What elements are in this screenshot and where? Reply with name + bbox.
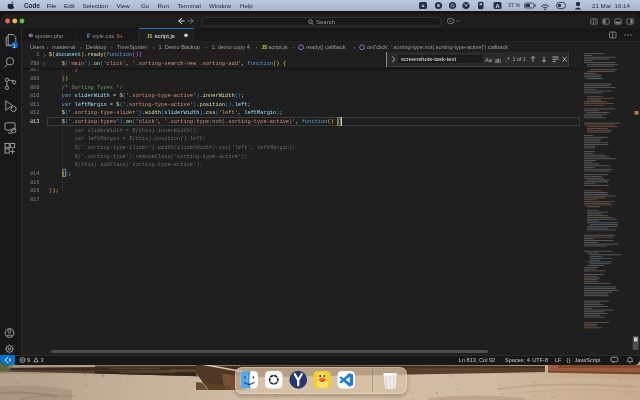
svg-text:37 %: 37 % [508, 2, 520, 8]
svg-text:Ln 813, Col 92: Ln 813, Col 92 [459, 357, 495, 363]
svg-text:JavaScript: JavaScript [574, 357, 601, 363]
svg-text:Window: Window [209, 2, 232, 9]
svg-text:Terminal: Terminal [178, 2, 201, 9]
svg-text:Selection: Selection [83, 2, 109, 9]
svg-text:3: 3 [41, 357, 44, 363]
svg-text:16:14: 16:14 [615, 2, 631, 9]
svg-text:UTF-8: UTF-8 [532, 357, 548, 363]
svg-text:Code: Code [24, 2, 40, 9]
svg-text:LF: LF [555, 357, 562, 363]
svg-text:Spaces: 4: Spaces: 4 [505, 357, 530, 363]
svg-text:Edit: Edit [64, 2, 75, 9]
svg-text:{}: {} [567, 357, 571, 363]
svg-text:9: 9 [27, 357, 30, 363]
svg-text:1: 1 [13, 44, 16, 49]
svg-text:21 Mar: 21 Mar [592, 2, 611, 9]
svg-text:File: File [47, 2, 58, 9]
svg-text:A: A [495, 3, 499, 9]
svg-text:Run: Run [158, 2, 170, 9]
svg-text:Go: Go [141, 2, 150, 9]
svg-text:Help: Help [240, 2, 253, 9]
svg-text:View: View [117, 2, 131, 9]
